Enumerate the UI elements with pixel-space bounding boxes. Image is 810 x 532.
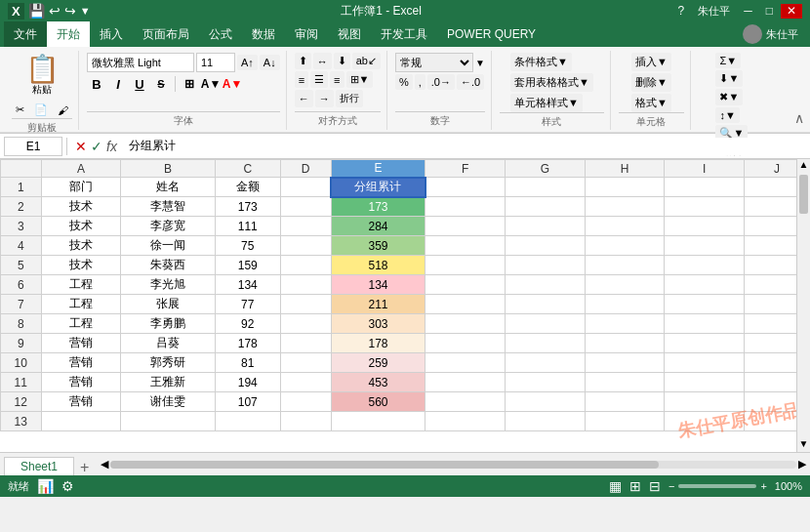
cell-d4[interactable] bbox=[280, 236, 331, 256]
number-format-select[interactable]: 常规 数字 货币 bbox=[395, 53, 473, 72]
cell-c8[interactable]: 92 bbox=[215, 314, 280, 334]
indent-decrease-button[interactable]: ← bbox=[295, 90, 313, 107]
menu-insert[interactable]: 插入 bbox=[90, 21, 133, 47]
cell-i5[interactable] bbox=[665, 256, 745, 275]
border-button[interactable]: ⊞ bbox=[180, 74, 199, 94]
cell-c10[interactable]: 81 bbox=[215, 353, 280, 373]
cell-e11[interactable]: 453 bbox=[331, 373, 425, 392]
cell-f12[interactable] bbox=[425, 392, 506, 412]
sheet-tab-sheet1[interactable]: Sheet1 bbox=[4, 457, 74, 475]
cell-g11[interactable] bbox=[505, 373, 585, 392]
row-num-9[interactable]: 9 bbox=[1, 334, 42, 353]
cell-g6[interactable] bbox=[505, 275, 585, 295]
strikethrough-button[interactable]: S bbox=[151, 74, 171, 94]
formula-cancel-icon[interactable]: ✕ bbox=[75, 139, 87, 154]
menu-home[interactable]: 开始 bbox=[47, 21, 90, 47]
row-num-10[interactable]: 10 bbox=[1, 353, 42, 373]
cell-f3[interactable] bbox=[425, 217, 506, 236]
cell-g1[interactable] bbox=[505, 178, 585, 197]
bold-button[interactable]: B bbox=[87, 74, 106, 94]
italic-button[interactable]: I bbox=[108, 74, 128, 94]
minimize-button[interactable]: ─ bbox=[738, 4, 758, 19]
menu-developer[interactable]: 开发工具 bbox=[371, 21, 437, 47]
cell-h5[interactable] bbox=[585, 256, 665, 275]
cell-a3[interactable]: 技术 bbox=[41, 217, 121, 236]
row-num-2[interactable]: 2 bbox=[1, 197, 42, 217]
cell-b1[interactable]: 姓名 bbox=[121, 178, 216, 197]
cell-a11[interactable]: 营销 bbox=[41, 373, 121, 392]
cell-g10[interactable] bbox=[505, 353, 585, 373]
status-icon[interactable]: 📊 bbox=[37, 478, 54, 494]
cell-a10[interactable]: 营销 bbox=[41, 353, 121, 373]
col-header-e[interactable]: E bbox=[331, 160, 425, 178]
comma-button[interactable]: , bbox=[415, 74, 425, 90]
cell-f9[interactable] bbox=[425, 334, 506, 353]
sort-filter-button[interactable]: ↕▼ bbox=[715, 107, 739, 123]
cell-h3[interactable] bbox=[585, 217, 665, 236]
row-num-5[interactable]: 5 bbox=[1, 256, 42, 275]
row-num-3[interactable]: 3 bbox=[1, 217, 42, 236]
row-num-13[interactable]: 13 bbox=[1, 412, 42, 431]
copy-button[interactable]: 📄 bbox=[30, 102, 52, 118]
cell-c11[interactable]: 194 bbox=[215, 373, 280, 392]
formula-input[interactable] bbox=[125, 138, 806, 155]
insert-cells-button[interactable]: 插入▼ bbox=[631, 53, 671, 71]
cell-a12[interactable]: 营销 bbox=[41, 392, 121, 412]
cell-h4[interactable] bbox=[585, 236, 665, 256]
menu-power-query[interactable]: POWER QUERY bbox=[437, 21, 546, 47]
scroll-right-button[interactable]: ▶ bbox=[798, 458, 806, 471]
format-as-table-button[interactable]: 套用表格格式▼ bbox=[510, 73, 593, 92]
percent-button[interactable]: % bbox=[395, 74, 413, 90]
cell-g12[interactable] bbox=[505, 392, 585, 412]
cell-d9[interactable] bbox=[280, 334, 331, 353]
cell-h8[interactable] bbox=[585, 314, 665, 334]
cell-a4[interactable]: 技术 bbox=[41, 236, 121, 256]
menu-review[interactable]: 审阅 bbox=[285, 21, 328, 47]
cell-a9[interactable]: 营销 bbox=[41, 334, 121, 353]
zoom-out-button[interactable]: − bbox=[668, 480, 674, 492]
increase-decimal-button[interactable]: .0→ bbox=[427, 74, 455, 90]
cell-e5[interactable]: 518 bbox=[331, 256, 425, 275]
cell-i11[interactable] bbox=[665, 373, 745, 392]
cell-i13[interactable] bbox=[665, 412, 745, 431]
cell-b6[interactable]: 李光旭 bbox=[121, 275, 216, 295]
align-right-button[interactable]: ≡ bbox=[330, 71, 344, 88]
cell-b11[interactable]: 王雅新 bbox=[121, 373, 216, 392]
wrap-text-button[interactable]: 折行 bbox=[336, 90, 363, 107]
col-header-c[interactable]: C bbox=[215, 160, 280, 178]
cell-c7[interactable]: 77 bbox=[215, 295, 280, 314]
scroll-down-button[interactable]: ▼ bbox=[797, 438, 810, 452]
menu-data[interactable]: 数据 bbox=[242, 21, 285, 47]
close-button[interactable]: ✕ bbox=[781, 4, 802, 19]
view-normal-button[interactable]: ▦ bbox=[609, 478, 622, 494]
cell-i2[interactable] bbox=[665, 197, 745, 217]
cell-e2[interactable]: 173 bbox=[331, 197, 425, 217]
clear-button[interactable]: ✖▼ bbox=[715, 89, 743, 105]
cell-g8[interactable] bbox=[505, 314, 585, 334]
cell-h11[interactable] bbox=[585, 373, 665, 392]
cell-c6[interactable]: 134 bbox=[215, 275, 280, 295]
cell-g2[interactable] bbox=[505, 197, 585, 217]
view-page-break-button[interactable]: ⊟ bbox=[649, 478, 661, 494]
cell-a1[interactable]: 部门 bbox=[41, 178, 121, 197]
cell-c12[interactable]: 107 bbox=[215, 392, 280, 412]
zoom-level[interactable]: 100% bbox=[775, 480, 802, 492]
cell-e8[interactable]: 303 bbox=[331, 314, 425, 334]
cell-i9[interactable] bbox=[665, 334, 745, 353]
merge-cells-button[interactable]: ⊞▼ bbox=[346, 71, 374, 88]
cell-e12[interactable]: 560 bbox=[331, 392, 425, 412]
row-num-4[interactable]: 4 bbox=[1, 236, 42, 256]
underline-button[interactable]: U bbox=[130, 74, 149, 94]
text-angle-button[interactable]: ab↙ bbox=[352, 53, 381, 69]
cell-i4[interactable] bbox=[665, 236, 745, 256]
cell-a8[interactable]: 工程 bbox=[41, 314, 121, 334]
delete-cells-button[interactable]: 删除▼ bbox=[631, 73, 671, 92]
cell-b5[interactable]: 朱葵西 bbox=[121, 256, 216, 275]
cell-f13[interactable] bbox=[425, 412, 506, 431]
cell-d1[interactable] bbox=[280, 178, 331, 197]
scroll-left-button[interactable]: ◀ bbox=[101, 458, 108, 471]
cell-f5[interactable] bbox=[425, 256, 506, 275]
cell-d11[interactable] bbox=[280, 373, 331, 392]
col-header-d[interactable]: D bbox=[280, 160, 331, 178]
user-name[interactable]: 朱仕平 bbox=[692, 4, 736, 19]
